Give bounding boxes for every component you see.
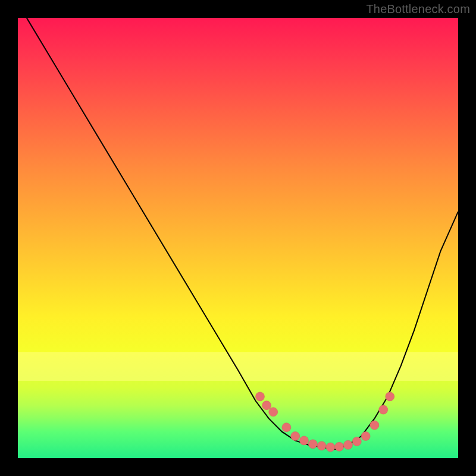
watermark-text: TheBottleneck.com [366, 2, 470, 16]
chart-svg [18, 18, 458, 458]
marker-dot [262, 401, 271, 410]
marker-dot [256, 392, 265, 401]
marker-dot [326, 443, 335, 452]
curve-right [335, 212, 458, 450]
marker-group [256, 392, 394, 452]
marker-dot [308, 440, 317, 449]
chart-stage: TheBottleneck.com [0, 0, 476, 476]
curve-left [27, 18, 335, 449]
marker-dot [300, 436, 309, 445]
plot-area [18, 18, 458, 458]
marker-dot [269, 408, 278, 416]
marker-dot [317, 441, 326, 450]
marker-dot [291, 432, 300, 441]
marker-dot [370, 421, 379, 430]
marker-dot [344, 440, 353, 449]
marker-dot [379, 405, 388, 414]
marker-dot [361, 432, 370, 441]
marker-dot [386, 392, 394, 401]
marker-dot [282, 423, 291, 432]
marker-dot [335, 442, 344, 451]
marker-dot [352, 437, 361, 446]
